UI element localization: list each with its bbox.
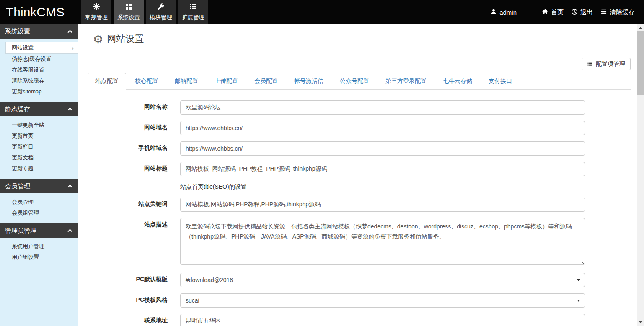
chevron-up-icon [67, 108, 72, 112]
sidebar-section-system-settings[interactable]: 系统设置 [0, 24, 78, 39]
tab-qiniu-storage[interactable]: 七牛云存储 [435, 73, 480, 90]
field-label: PC默认模版 [88, 273, 168, 287]
sidebar-item-update-home[interactable]: 更新首页 [0, 131, 78, 141]
grid-icon [125, 3, 132, 12]
sidebar-item-update-all-site[interactable]: 一键更新全站 [0, 120, 78, 131]
wrench-icon [157, 3, 165, 12]
seo-help-text: 站点首页title(SEO)的设置 [180, 182, 585, 191]
site-keywords-input[interactable] [180, 198, 585, 212]
asterisk-icon [93, 3, 100, 12]
select-value: #download@2016 [186, 277, 233, 283]
home-link[interactable]: 首页 [542, 8, 564, 16]
form-row-seo-help: 站点首页title(SEO)的设置 [88, 182, 631, 191]
site-name-input[interactable] [180, 100, 585, 115]
main-content: ⚙ 网站设置 配置项管理 站点配置 核心配置 邮箱配置 上传配置 会员配置 帐号… [78, 24, 637, 326]
sidebar-items: 会员管理 会员组管理 [0, 193, 78, 223]
top-header: ThinkCMS 常规管理 系统设置 模块管理 扩展管理 [0, 0, 644, 24]
form-row-mobile-domain: 手机站域名 [88, 141, 631, 156]
sidebar-section-member-manage[interactable]: 会员管理 [0, 179, 78, 193]
nav-label: 常规管理 [85, 14, 108, 21]
clear-cache-link[interactable]: 清除缓存 [600, 8, 635, 16]
form-row-site-description: 站点描述 欧皇源码论坛下载网提供精品站长资源：包括各类主流网站模板（织梦dede… [88, 218, 631, 267]
field-label: 手机站域名 [88, 141, 168, 156]
vertical-scrollbar[interactable] [637, 24, 644, 326]
nav-label: 系统设置 [117, 14, 140, 21]
site-description-textarea[interactable]: 欧皇源码论坛下载网提供精品站长资源：包括各类主流网站模板（织梦dedecms、d… [180, 218, 585, 265]
logout-icon [571, 8, 578, 16]
form-row-site-title: 网站标题 [88, 162, 631, 176]
sidebar-item-rewrite-cache-settings[interactable]: 伪静态|缓存设置 [0, 54, 78, 64]
sidebar-item-online-service-settings[interactable]: 在线客服设置 [0, 64, 78, 75]
sidebar-item-member-group-manage[interactable]: 会员组管理 [0, 208, 78, 218]
sidebar-item-site-settings[interactable]: 网站设置 › [5, 42, 78, 54]
field-label: 网站名称 [88, 100, 168, 115]
sidebar-item-member-manage[interactable]: 会员管理 [0, 197, 78, 208]
stack-icon [600, 8, 607, 16]
sidebar-item-user-group-settings[interactable]: 用户组设置 [0, 252, 78, 263]
nav-item-general[interactable]: 常规管理 [81, 0, 111, 24]
field-label: 站点描述 [88, 218, 168, 267]
user-icon [490, 8, 497, 16]
user-name: admin [499, 9, 517, 16]
section-title: 系统设置 [5, 28, 30, 36]
form-row-site-keywords: 站点关键词 [88, 198, 631, 212]
sidebar-item-label: 网站设置 [12, 42, 34, 53]
sidebar-item-update-document[interactable]: 更新文档 [0, 152, 78, 163]
chevron-up-icon [67, 185, 72, 189]
nav-item-extensions[interactable]: 扩展管理 [178, 0, 208, 24]
form-row-site-name: 网站名称 [88, 100, 631, 115]
sidebar-item-clear-system-cache[interactable]: 清除系统缓存 [0, 75, 78, 86]
contact-address-input[interactable] [180, 314, 585, 326]
list-icon [189, 3, 197, 12]
nav-item-system-settings[interactable]: 系统设置 [114, 0, 144, 24]
sidebar-section-admin-manage[interactable]: 管理员管理 [0, 223, 78, 238]
home-icon [542, 8, 548, 16]
config-items-manage-button[interactable]: 配置项管理 [582, 58, 631, 70]
scroll-down-arrow[interactable] [637, 319, 644, 326]
form-row-site-domain: 网站域名 [88, 121, 631, 135]
pc-default-template-select[interactable]: #download@2016 [180, 273, 585, 287]
sidebar-item-system-user-manage[interactable]: 系统用户管理 [0, 241, 78, 252]
pc-template-style-select[interactable]: sucai [180, 293, 585, 308]
mobile-domain-input[interactable] [180, 141, 585, 156]
config-items-manage-label: 配置项管理 [596, 60, 625, 68]
chevron-up-icon [67, 229, 72, 234]
sidebar-items: 一键更新全站 更新首页 更新栏目 更新文档 更新专题 [0, 116, 78, 179]
field-label: 网站标题 [88, 162, 168, 176]
select-value: sucai [186, 297, 199, 304]
sidebar-items: 网站设置 › 伪静态|缓存设置 在线客服设置 清除系统缓存 更新sitemap [0, 39, 78, 102]
logout-link[interactable]: 退出 [571, 8, 593, 16]
tab-account-activation[interactable]: 帐号激活信 [287, 73, 331, 90]
section-title: 会员管理 [5, 182, 30, 190]
field-label: 站点关键词 [88, 198, 168, 212]
top-nav: 常规管理 系统设置 模块管理 扩展管理 [81, 0, 208, 24]
tab-third-party-login[interactable]: 第三方登录配置 [378, 73, 434, 90]
tab-upload-config[interactable]: 上传配置 [207, 73, 246, 90]
header-right: admin 首页 退出 清除缓存 [490, 0, 644, 24]
app-logo: ThinkCMS [0, 0, 72, 24]
sidebar-items: 系统用户管理 用户组设置 [0, 238, 78, 268]
form-row-pc-style: PC模板风格 sucai [88, 293, 631, 308]
field-label: 联系地址 [88, 314, 168, 326]
tab-core-config[interactable]: 核心配置 [127, 73, 166, 90]
sidebar-item-update-category[interactable]: 更新栏目 [0, 141, 78, 152]
tab-payment-api[interactable]: 支付接口 [481, 73, 520, 90]
tab-site-config[interactable]: 站点配置 [88, 73, 126, 90]
tab-wechat-config[interactable]: 公众号配置 [332, 73, 377, 90]
sidebar-item-update-sitemap[interactable]: 更新sitemap [0, 86, 78, 97]
chevron-right-icon: › [72, 45, 74, 51]
form-row-contact-address: 联系地址 [88, 314, 631, 326]
tab-member-config[interactable]: 会员配置 [247, 73, 285, 90]
tab-mail-config[interactable]: 邮箱配置 [167, 73, 206, 90]
clear-cache-label: 清除缓存 [610, 8, 635, 16]
nav-item-modules[interactable]: 模块管理 [146, 0, 176, 24]
scroll-up-arrow[interactable] [637, 24, 644, 31]
site-title-input[interactable] [180, 162, 585, 176]
user-menu[interactable]: admin [490, 8, 517, 16]
home-label: 首页 [551, 8, 564, 16]
sidebar-item-update-special[interactable]: 更新专题 [0, 163, 78, 174]
scrollbar-thumb[interactable] [637, 31, 644, 95]
site-domain-input[interactable] [180, 121, 585, 135]
sidebar-section-static-cache[interactable]: 静态缓存 [0, 102, 78, 116]
section-title: 管理员管理 [5, 227, 36, 235]
